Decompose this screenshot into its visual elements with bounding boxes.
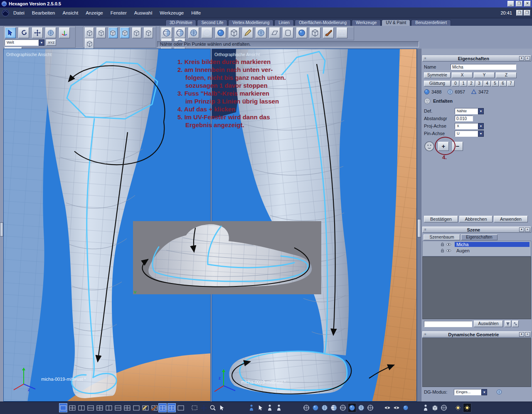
symmetry-z-button[interactable]: Z bbox=[496, 72, 517, 78]
projection-box-icon[interactable] bbox=[310, 27, 320, 38]
lock-icon[interactable] bbox=[440, 248, 445, 253]
layout-single-icon[interactable] bbox=[59, 403, 67, 412]
visibility-eye-icon[interactable] bbox=[446, 242, 451, 246]
visibility-eye-icon[interactable] bbox=[446, 249, 451, 253]
points-mode-icon[interactable] bbox=[366, 403, 374, 412]
projection-cylinder-icon[interactable] bbox=[283, 27, 293, 38]
face-mode-icon[interactable] bbox=[96, 27, 106, 38]
tab-werkzeuge[interactable]: Werkzeuge bbox=[352, 20, 381, 26]
panel-close-icon[interactable]: ✕ bbox=[525, 332, 530, 337]
menu-werkzeuge[interactable]: Werkzeuge bbox=[156, 9, 187, 17]
proj-axis-dropdown[interactable]: X▼ bbox=[455, 123, 484, 129]
tab-second-life[interactable]: Second Life bbox=[197, 20, 227, 26]
panel-close-icon[interactable]: ✕ bbox=[525, 56, 530, 61]
unfold-uv-icon[interactable] bbox=[202, 27, 212, 38]
scene-globe-icon[interactable] bbox=[440, 403, 448, 412]
figure-icon[interactable] bbox=[247, 403, 256, 412]
symmetry-x-button[interactable]: X bbox=[452, 72, 473, 78]
smoothing-level-0[interactable]: 0 bbox=[452, 81, 459, 86]
scene-item-label[interactable]: Augen bbox=[455, 248, 531, 253]
name-input[interactable] bbox=[451, 64, 516, 70]
tab-vertex-modellierung[interactable]: Vertex-Modellierung bbox=[228, 20, 273, 26]
edge-mode-icon[interactable] bbox=[108, 27, 118, 38]
tab-benutzerdefiniert[interactable]: Benutzerdefiniert bbox=[411, 20, 451, 26]
panel-collapse-icon[interactable]: ▼ bbox=[519, 227, 524, 232]
rotate-view-tool-button[interactable] bbox=[18, 27, 29, 38]
walk-icon[interactable] bbox=[275, 403, 283, 412]
world-space-dropdown[interactable]: Welt▼ bbox=[5, 39, 44, 46]
close-button[interactable]: ✕ bbox=[524, 1, 531, 7]
pin-points-icon[interactable] bbox=[215, 27, 226, 38]
textured-mode-icon[interactable] bbox=[330, 403, 338, 412]
panel-close-icon[interactable]: ✕ bbox=[525, 227, 530, 232]
move-select-icon[interactable] bbox=[200, 403, 208, 412]
manipulator-tool-button[interactable] bbox=[59, 27, 70, 38]
smoothing-level-6[interactable]: 6 bbox=[499, 81, 507, 86]
scene-item-label[interactable]: Micha bbox=[455, 242, 530, 247]
layout-quad-icon[interactable] bbox=[68, 403, 76, 412]
object-mode-icon[interactable] bbox=[85, 27, 94, 38]
smoothing-level-3[interactable]: 3 bbox=[475, 81, 483, 86]
layout-two-row-icon[interactable] bbox=[86, 403, 95, 412]
dg-mode-dropdown[interactable]: Einges...▼ bbox=[454, 389, 487, 395]
maximize-button[interactable]: ❒ bbox=[516, 1, 522, 7]
figure-alt-icon[interactable] bbox=[266, 403, 274, 412]
zoom-icon[interactable] bbox=[209, 403, 217, 412]
tab-eigenschaften[interactable]: Eigenschaften bbox=[461, 234, 498, 240]
layout-full-icon[interactable] bbox=[132, 403, 140, 412]
distance-input[interactable] bbox=[455, 116, 473, 121]
apply-button[interactable]: Anwenden bbox=[494, 216, 528, 222]
pose-cursor-icon[interactable] bbox=[256, 403, 265, 412]
layout-two-col-icon[interactable] bbox=[77, 403, 86, 412]
isolate-sphere-icon[interactable] bbox=[401, 403, 410, 412]
sort-icon-button[interactable] bbox=[512, 320, 519, 327]
panel-grip-icon[interactable]: ≡ bbox=[423, 228, 428, 232]
scene-filter-input[interactable] bbox=[424, 321, 472, 327]
plane-grid-icon[interactable] bbox=[177, 403, 185, 412]
smoothing-button[interactable]: Glättung bbox=[424, 81, 451, 86]
viewport-scrollbar[interactable] bbox=[417, 49, 421, 402]
smoothing-level-7[interactable]: 7 bbox=[507, 81, 515, 86]
left-scrollbar-handle[interactable] bbox=[0, 222, 3, 237]
zoom-view-tool-button[interactable] bbox=[45, 27, 56, 38]
shaded-mode-icon[interactable] bbox=[311, 403, 320, 412]
menu-anzeige[interactable]: Anzeige bbox=[82, 9, 106, 17]
uv-checker-ball-icon[interactable] bbox=[175, 27, 185, 38]
projection-sphere-icon[interactable] bbox=[296, 27, 307, 38]
layout-split-v-icon[interactable] bbox=[105, 403, 113, 412]
panel-collapse-icon[interactable]: ▼ bbox=[519, 332, 524, 337]
layout-quad-2-icon[interactable] bbox=[96, 403, 104, 412]
uv-sphere-wire-icon[interactable] bbox=[188, 27, 199, 38]
smoothing-level-4[interactable]: 4 bbox=[483, 81, 491, 86]
viewport-scrollbar-handle[interactable] bbox=[417, 219, 421, 237]
menu-fenster[interactable]: Fenster bbox=[107, 9, 130, 17]
xyz-button[interactable]: XYZ bbox=[46, 39, 56, 46]
show-grid-icon[interactable] bbox=[158, 403, 167, 412]
scene-item-augen[interactable]: Augen bbox=[423, 247, 531, 254]
dark-mode-icon[interactable] bbox=[348, 403, 356, 412]
loop-mode-icon[interactable] bbox=[132, 27, 141, 38]
scene-item-micha[interactable]: Micha bbox=[423, 241, 531, 247]
dg-sphere-icon[interactable] bbox=[496, 389, 502, 395]
weld-uv-icon[interactable] bbox=[256, 27, 266, 38]
dropdown-arrow-icon[interactable]: ▼ bbox=[478, 123, 484, 129]
hide-others-eye-icon[interactable] bbox=[392, 403, 401, 412]
projection-plane-icon[interactable] bbox=[269, 27, 280, 38]
panel-grip-icon[interactable]: ≡ bbox=[423, 333, 428, 336]
select-options-icon[interactable] bbox=[218, 403, 226, 412]
light-icon[interactable] bbox=[454, 403, 462, 412]
pan-view-tool-button[interactable] bbox=[32, 27, 43, 38]
confirm-button[interactable]: Bestätigen bbox=[424, 216, 458, 222]
smoothing-level-2[interactable]: 2 bbox=[468, 81, 475, 86]
layout-quad-3-icon[interactable] bbox=[123, 403, 131, 412]
wireframe-mode-icon[interactable] bbox=[302, 403, 310, 412]
def-dropdown[interactable]: Nähte▼ bbox=[455, 108, 484, 114]
show-all-eye-icon[interactable] bbox=[383, 403, 392, 412]
seam-select-icon[interactable] bbox=[229, 27, 239, 38]
flat-mode-icon[interactable] bbox=[339, 403, 347, 412]
select-tool-button[interactable] bbox=[5, 27, 16, 38]
point-mode-icon[interactable] bbox=[120, 27, 129, 38]
smoothing-level-5[interactable]: 5 bbox=[491, 81, 499, 86]
cancel-button[interactable]: Abbrechen bbox=[459, 216, 493, 222]
snap-grid-icon[interactable] bbox=[167, 403, 176, 412]
